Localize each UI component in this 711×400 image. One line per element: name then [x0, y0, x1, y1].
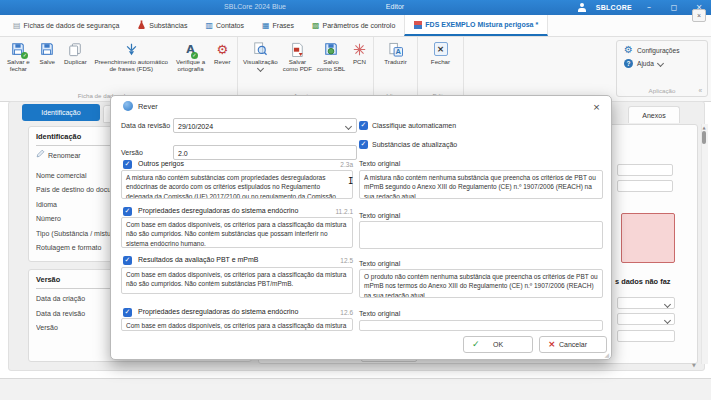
preview-button[interactable]: Visualização: [240, 39, 281, 90]
original-text-label: Texto original: [359, 310, 400, 317]
tab-fds-exemplo-active[interactable]: FDS EXEMPLO Mistura perigosa *: [404, 15, 548, 36]
flask-icon: [137, 20, 146, 31]
section-text-area[interactable]: Com base em dados disponíveis, os critér…: [121, 267, 353, 294]
rename-icon: [36, 149, 45, 164]
spellcheck-icon: A✓: [186, 40, 195, 58]
document-title: SBLCore 2024 Blue: [175, 3, 335, 10]
dropdown-field[interactable]: [617, 297, 675, 309]
save-as-sbl-button[interactable]: Salvo como SBL: [314, 39, 348, 90]
resize-grip[interactable]: ◢: [604, 351, 609, 358]
translate-button[interactable]: A Traduzir: [376, 39, 415, 90]
cancel-button[interactable]: × Cancelar: [539, 336, 607, 353]
close-document-tab-button[interactable]: ×: [692, 9, 706, 22]
original-text-area[interactable]: [359, 221, 603, 249]
titlebar: SBLCore 2024 Blue Editor SBLCORE – ◻ ×: [0, 0, 711, 15]
section-checkbox[interactable]: [123, 207, 132, 216]
revision-date-input[interactable]: 29/10/2024: [173, 118, 357, 133]
account-name[interactable]: SBLCORE: [596, 4, 632, 11]
update-substances-label: Substâncias de atualização: [372, 141, 457, 148]
original-text-area[interactable]: [359, 320, 603, 331]
tab-fichas-dados-seguranca[interactable]: ▤ Fichas de dados de segurança: [4, 15, 128, 36]
minimize-button[interactable]: –: [641, 0, 657, 15]
tab-identificacao[interactable]: Identificação: [22, 104, 100, 121]
text-field[interactable]: [617, 180, 673, 192]
duplicate-button[interactable]: Duplicar: [60, 39, 91, 90]
chevron-down-icon: [664, 300, 671, 307]
filter-icon[interactable]: ▼: [692, 362, 696, 368]
ribbon-group-label: Aplicação: [617, 87, 707, 94]
svg-text:A: A: [396, 47, 402, 56]
version-input[interactable]: 2.0: [173, 145, 357, 160]
dialog-title: Rever: [138, 102, 158, 111]
close-editor-button[interactable]: × Fechar: [420, 39, 461, 90]
help-button[interactable]: ? Ajuda: [617, 55, 707, 68]
text-field[interactable]: [617, 330, 675, 342]
tab-parametros-controlo[interactable]: ▩ Parâmetros de controlo: [303, 15, 404, 36]
original-text-label: Texto original: [359, 260, 400, 267]
auto-classify-label: Classifique automaticamen: [372, 122, 456, 129]
original-text-label: Texto original: [359, 160, 400, 167]
update-substances-checkbox[interactable]: [359, 140, 368, 149]
auto-classify-checkbox[interactable]: [359, 121, 368, 130]
save-icon: [40, 40, 54, 58]
review-gear-icon: ⚙: [216, 40, 228, 58]
settings-button[interactable]: ⚙ Configurações: [617, 41, 707, 55]
review-dialog-icon: [123, 101, 133, 111]
save-and-close-button[interactable]: ✓ Salvar e fechar: [2, 39, 35, 90]
scroll-up-arrow[interactable]: ▲: [701, 125, 707, 130]
sds-list-icon: ▤: [13, 22, 21, 30]
save-close-icon: ✓: [11, 40, 25, 58]
dialog-close-button[interactable]: ×: [590, 100, 603, 113]
tab-substancias[interactable]: Substâncias: [128, 15, 196, 36]
close-editor-icon: ×: [434, 40, 448, 58]
section-label: Outros perigos: [138, 160, 184, 167]
ribbon-group-arquivos: Visualização Salvar como PDF Salvo como …: [238, 37, 374, 101]
translate-icon: A: [388, 40, 403, 58]
section-text-area[interactable]: Com base em dados disponíveis, os critér…: [121, 217, 353, 248]
section-text-area[interactable]: Com base em dados disponíveis, os critér…: [121, 318, 353, 331]
section-checkbox[interactable]: [123, 308, 132, 317]
section-checkbox[interactable]: [123, 256, 132, 265]
original-text-area[interactable]: O produto não contém nenhuma substância …: [359, 269, 603, 298]
help-icon: ?: [624, 59, 633, 68]
original-text-area[interactable]: A mistura não contém nenhuma substância …: [359, 170, 603, 199]
pcn-button[interactable]: PCN: [348, 39, 371, 90]
save-as-pdf-button[interactable]: Salvar como PDF: [281, 39, 315, 90]
sbl-floppy-icon: [324, 40, 338, 58]
section-checkbox[interactable]: [123, 160, 132, 169]
section-header-fragment: s dados não faz: [615, 277, 670, 286]
section-text-area[interactable]: A mistura não contém substâncias com pro…: [121, 170, 353, 199]
save-button[interactable]: Salve: [35, 39, 60, 90]
scrollbar-thumb[interactable]: [702, 131, 706, 144]
module-tabbar: ▤ Fichas de dados de segurança Substânci…: [0, 15, 711, 37]
statusbar: [0, 378, 711, 400]
tab-anexos[interactable]: Anexos: [628, 106, 680, 123]
dropdown-field[interactable]: [617, 313, 675, 325]
section-number: 2.3a: [319, 161, 353, 168]
text-field[interactable]: [617, 164, 673, 176]
tab-contatos[interactable]: ▥ Contatos: [196, 15, 253, 36]
review-button[interactable]: ⚙ Rever: [210, 39, 235, 90]
original-text-label: Texto original: [359, 212, 400, 219]
ribbon-group-idioma: A Traduzir Idioma: [374, 37, 418, 101]
application-group: ⚙ Configurações ? Ajuda Aplicação «: [616, 40, 708, 97]
collapse-group-icon[interactable]: «: [698, 87, 702, 94]
spellcheck-button[interactable]: A✓ Verifique a ortografia: [172, 39, 210, 90]
tab-frases[interactable]: ▦ Frases: [253, 15, 303, 36]
section-label: Propriedades desreguladoras do sistema e…: [138, 308, 298, 315]
section-number: 11.2.1: [319, 208, 353, 215]
preview-icon: [253, 40, 267, 58]
chevron-down-icon: [664, 316, 671, 323]
vertical-scrollbar[interactable]: [701, 124, 708, 364]
section-label: Propriedades desreguladoras do sistema e…: [138, 207, 298, 214]
window-title: Editor: [355, 3, 435, 10]
autofill-phrases-button[interactable]: Preenchimento automático de frases (FDS): [91, 39, 172, 90]
maximize-button[interactable]: ◻: [666, 0, 682, 15]
chevron-down-icon: [257, 65, 264, 72]
ribbon: ✓ Salvar e fechar Salve Duplicar Preench…: [0, 37, 711, 102]
ok-button[interactable]: ✓ OK: [463, 336, 533, 353]
validation-error-field[interactable]: [621, 213, 675, 263]
autofill-arrows-icon: [124, 40, 139, 58]
section-number: 12.6: [319, 309, 353, 316]
pcn-burst-icon: [353, 40, 366, 58]
